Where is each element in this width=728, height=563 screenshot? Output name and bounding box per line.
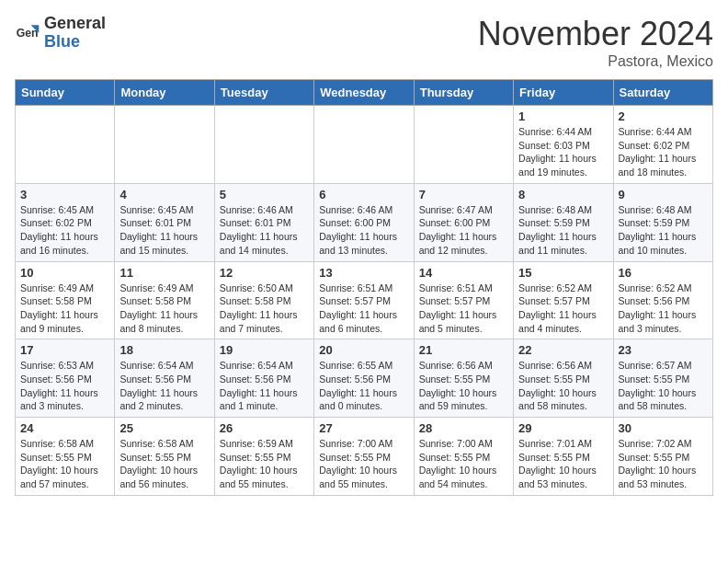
day-number: 24 (20, 421, 109, 435)
calendar-week-3: 17Sunrise: 6:53 AM Sunset: 5:56 PM Dayli… (16, 339, 713, 418)
calendar-cell: 8Sunrise: 6:48 AM Sunset: 5:59 PM Daylig… (514, 183, 613, 261)
day-number: 14 (419, 266, 508, 280)
day-number: 20 (319, 343, 408, 357)
day-info: Sunrise: 6:54 AM Sunset: 5:56 PM Dayligh… (119, 359, 209, 413)
calendar-cell: 12Sunrise: 6:50 AM Sunset: 5:58 PM Dayli… (214, 261, 313, 339)
day-info: Sunrise: 6:46 AM Sunset: 6:01 PM Dayligh… (220, 203, 309, 258)
calendar-cell: 14Sunrise: 6:51 AM Sunset: 5:57 PM Dayli… (414, 261, 513, 339)
day-number: 25 (119, 421, 209, 435)
logo-general: General (44, 14, 106, 32)
logo-blue: Blue (44, 32, 80, 51)
calendar-header: SundayMondayTuesdayWednesdayThursdayFrid… (16, 80, 713, 106)
calendar-table: SundayMondayTuesdayWednesdayThursdayFrid… (15, 79, 713, 496)
calendar-cell: 10Sunrise: 6:49 AM Sunset: 5:58 PM Dayli… (16, 261, 115, 339)
calendar-cell (214, 106, 313, 184)
day-number: 21 (419, 343, 508, 357)
day-number: 15 (518, 266, 608, 280)
day-number: 7 (419, 188, 508, 201)
day-number: 29 (518, 421, 608, 435)
day-number: 8 (518, 188, 608, 201)
day-number: 22 (518, 343, 608, 357)
calendar-cell (314, 106, 414, 184)
day-info: Sunrise: 6:55 AM Sunset: 5:56 PM Dayligh… (319, 359, 408, 413)
logo-icon: Gen (15, 20, 40, 46)
day-info: Sunrise: 6:45 AM Sunset: 6:02 PM Dayligh… (20, 203, 109, 258)
calendar-cell: 15Sunrise: 6:52 AM Sunset: 5:57 PM Dayli… (514, 261, 613, 339)
day-info: Sunrise: 6:49 AM Sunset: 5:58 PM Dayligh… (20, 282, 109, 336)
calendar-cell (16, 106, 115, 184)
day-info: Sunrise: 6:50 AM Sunset: 5:58 PM Dayligh… (220, 282, 309, 336)
day-info: Sunrise: 6:48 AM Sunset: 5:59 PM Dayligh… (518, 203, 608, 258)
calendar-cell: 30Sunrise: 7:02 AM Sunset: 5:55 PM Dayli… (613, 418, 712, 496)
day-number: 18 (119, 343, 209, 357)
day-info: Sunrise: 6:57 AM Sunset: 5:55 PM Dayligh… (619, 359, 708, 413)
calendar-cell: 22Sunrise: 6:56 AM Sunset: 5:55 PM Dayli… (514, 339, 613, 418)
calendar-cell: 16Sunrise: 6:52 AM Sunset: 5:56 PM Dayli… (613, 261, 712, 339)
location: Pastora, Mexico (478, 53, 713, 70)
day-info: Sunrise: 6:56 AM Sunset: 5:55 PM Dayligh… (518, 359, 608, 413)
day-number: 3 (20, 188, 109, 201)
day-number: 2 (619, 109, 708, 123)
day-info: Sunrise: 7:01 AM Sunset: 5:55 PM Dayligh… (518, 437, 608, 491)
day-info: Sunrise: 7:00 AM Sunset: 5:55 PM Dayligh… (319, 437, 408, 491)
calendar-week-0: 1Sunrise: 6:44 AM Sunset: 6:03 PM Daylig… (16, 106, 713, 184)
calendar-cell: 20Sunrise: 6:55 AM Sunset: 5:56 PM Dayli… (314, 339, 414, 418)
calendar-cell: 3Sunrise: 6:45 AM Sunset: 6:02 PM Daylig… (16, 183, 115, 261)
weekday-header-friday: Friday (514, 80, 613, 106)
day-number: 5 (220, 188, 309, 201)
weekday-row: SundayMondayTuesdayWednesdayThursdayFrid… (16, 80, 713, 106)
page-header: Gen General Blue November 2024 Pastora, … (15, 15, 713, 70)
day-info: Sunrise: 6:54 AM Sunset: 5:56 PM Dayligh… (220, 359, 309, 413)
day-info: Sunrise: 6:53 AM Sunset: 5:56 PM Dayligh… (20, 359, 109, 413)
calendar-cell: 2Sunrise: 6:44 AM Sunset: 6:02 PM Daylig… (613, 106, 712, 184)
day-number: 26 (220, 421, 309, 435)
day-info: Sunrise: 6:46 AM Sunset: 6:00 PM Dayligh… (319, 203, 408, 258)
logo: Gen General Blue (15, 15, 106, 52)
calendar-cell: 17Sunrise: 6:53 AM Sunset: 5:56 PM Dayli… (16, 339, 115, 418)
day-number: 23 (619, 343, 708, 357)
day-info: Sunrise: 6:59 AM Sunset: 5:55 PM Dayligh… (220, 437, 309, 491)
calendar-cell (414, 106, 513, 184)
calendar-cell: 25Sunrise: 6:58 AM Sunset: 5:55 PM Dayli… (115, 418, 214, 496)
weekday-header-monday: Monday (115, 80, 214, 106)
day-number: 12 (220, 266, 309, 280)
calendar-cell: 1Sunrise: 6:44 AM Sunset: 6:03 PM Daylig… (514, 106, 613, 184)
day-info: Sunrise: 6:47 AM Sunset: 6:00 PM Dayligh… (419, 203, 508, 258)
day-number: 28 (419, 421, 508, 435)
calendar-cell: 29Sunrise: 7:01 AM Sunset: 5:55 PM Dayli… (514, 418, 613, 496)
day-number: 1 (518, 109, 608, 123)
calendar-week-2: 10Sunrise: 6:49 AM Sunset: 5:58 PM Dayli… (16, 261, 713, 339)
day-info: Sunrise: 6:51 AM Sunset: 5:57 PM Dayligh… (319, 282, 408, 336)
day-info: Sunrise: 6:44 AM Sunset: 6:02 PM Dayligh… (619, 125, 708, 179)
day-number: 13 (319, 266, 408, 280)
calendar-cell: 9Sunrise: 6:48 AM Sunset: 5:59 PM Daylig… (613, 183, 712, 261)
calendar-body: 1Sunrise: 6:44 AM Sunset: 6:03 PM Daylig… (16, 106, 713, 496)
day-info: Sunrise: 6:58 AM Sunset: 5:55 PM Dayligh… (20, 437, 109, 491)
calendar-week-1: 3Sunrise: 6:45 AM Sunset: 6:02 PM Daylig… (16, 183, 713, 261)
calendar-cell: 11Sunrise: 6:49 AM Sunset: 5:58 PM Dayli… (115, 261, 214, 339)
title-block: November 2024 Pastora, Mexico (478, 15, 713, 70)
calendar-cell: 28Sunrise: 7:00 AM Sunset: 5:55 PM Dayli… (414, 418, 513, 496)
month-title: November 2024 (478, 15, 713, 53)
day-info: Sunrise: 6:52 AM Sunset: 5:57 PM Dayligh… (518, 282, 608, 336)
calendar-cell: 7Sunrise: 6:47 AM Sunset: 6:00 PM Daylig… (414, 183, 513, 261)
day-info: Sunrise: 6:48 AM Sunset: 5:59 PM Dayligh… (619, 203, 708, 258)
calendar-cell: 13Sunrise: 6:51 AM Sunset: 5:57 PM Dayli… (314, 261, 414, 339)
day-number: 6 (319, 188, 408, 201)
day-number: 16 (619, 266, 708, 280)
calendar-cell (115, 106, 214, 184)
day-info: Sunrise: 6:44 AM Sunset: 6:03 PM Dayligh… (518, 125, 608, 179)
calendar-cell: 18Sunrise: 6:54 AM Sunset: 5:56 PM Dayli… (115, 339, 214, 418)
calendar-week-4: 24Sunrise: 6:58 AM Sunset: 5:55 PM Dayli… (16, 418, 713, 496)
day-info: Sunrise: 7:00 AM Sunset: 5:55 PM Dayligh… (419, 437, 508, 491)
calendar-cell: 5Sunrise: 6:46 AM Sunset: 6:01 PM Daylig… (214, 183, 313, 261)
day-number: 30 (619, 421, 708, 435)
day-number: 10 (20, 266, 109, 280)
day-number: 9 (619, 188, 708, 201)
calendar-cell: 19Sunrise: 6:54 AM Sunset: 5:56 PM Dayli… (214, 339, 313, 418)
calendar-cell: 24Sunrise: 6:58 AM Sunset: 5:55 PM Dayli… (16, 418, 115, 496)
day-number: 19 (220, 343, 309, 357)
day-info: Sunrise: 6:52 AM Sunset: 5:56 PM Dayligh… (619, 282, 708, 336)
day-info: Sunrise: 6:56 AM Sunset: 5:55 PM Dayligh… (419, 359, 508, 413)
day-number: 11 (119, 266, 209, 280)
